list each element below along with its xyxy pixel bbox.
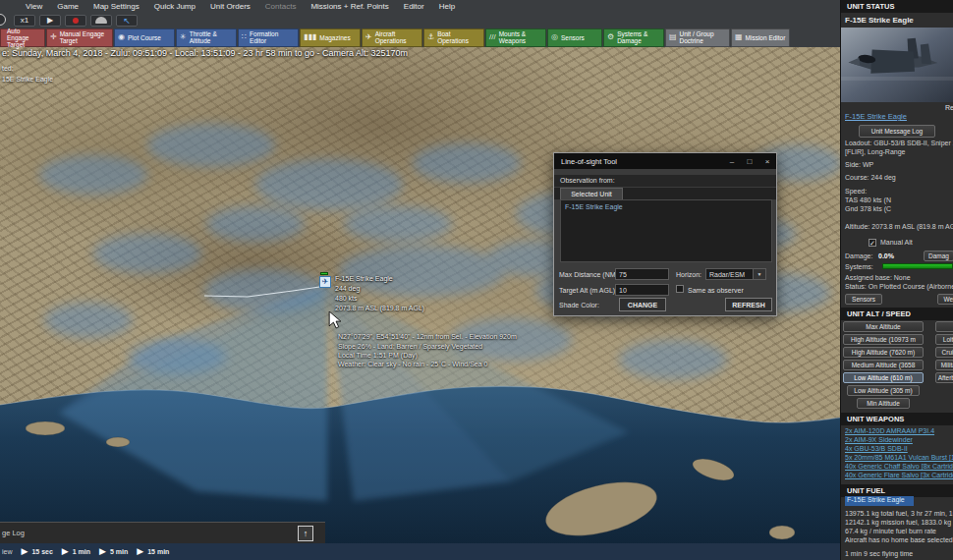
damage-button[interactable]: Damag [924, 251, 953, 261]
manual-engage-target-button[interactable]: ✛Manual Engage Target [46, 28, 113, 47]
weapon-link-sdb[interactable]: 4x GBU-53/B SDB-II [845, 445, 908, 452]
preset-15min[interactable]: ▶15 min [137, 547, 169, 556]
close-icon[interactable]: × [758, 154, 776, 168]
preset-5min[interactable]: ▶5 min [99, 547, 128, 556]
loiter-button[interactable]: Loiter [935, 334, 953, 345]
weapon-link-chaff[interactable]: 40x Generic Chaff Salvo [8x Cartridges [845, 463, 953, 470]
target-alt-input[interactable] [615, 284, 669, 296]
unit-message-log-button[interactable]: Unit Message Log [859, 125, 935, 138]
gnd-line: Gnd 378 kts (C [845, 205, 891, 212]
max-altitude-button[interactable]: Max Altitude [843, 321, 924, 332]
systems-ok-bar [882, 263, 953, 269]
afterburner-button[interactable]: Afterburn [935, 372, 953, 383]
menu-map-settings[interactable]: Map Settings [93, 2, 140, 11]
horizon-value: Radar/ESM [706, 271, 753, 278]
aircraft-glyph-icon: ✈ [322, 277, 329, 287]
high-altitude-10973-button[interactable]: High Altitude (10973 m [843, 334, 924, 345]
auto-engage-target-button[interactable]: Auto Engage Target [0, 28, 45, 47]
menu-missions-ref-points[interactable]: Missions + Ref. Points [310, 2, 388, 11]
formation-editor-button[interactable]: ∷Formation Editor [238, 28, 299, 47]
throttle-altitude-button[interactable]: ✳Throttle & Altitude [176, 28, 237, 47]
boat-operations-button[interactable]: ⚓Boat Operations [423, 28, 484, 47]
map-tooltip-line: Local Time 1:51 PM (Day) [338, 352, 418, 359]
center-on-unit-button[interactable]: ↖ [116, 15, 138, 27]
view-mode-button[interactable] [90, 15, 112, 27]
sensors-panel-button[interactable]: Sensors [845, 294, 882, 305]
min-altitude-button[interactable]: Min Altitude [857, 398, 910, 409]
minimize-icon[interactable]: – [723, 154, 741, 168]
unit-status-line: Status: On Plotted Course (Airborne) [845, 283, 953, 290]
low-altitude-610-button[interactable]: Low Altitude (610 m) [843, 372, 924, 383]
maximize-icon[interactable]: □ [741, 154, 758, 168]
shade-color-label: Shade Color: [559, 302, 599, 308]
systems-label: Systems: [845, 263, 873, 270]
weapon-link-flare[interactable]: 40x Generic Flare Salvo [3x Cartridges [845, 472, 953, 478]
refresh-button[interactable]: REFRESH [725, 298, 772, 311]
systems-damage-button[interactable]: ⚙Systems & Damage [603, 28, 664, 47]
plot-course-icon: ◉ [118, 33, 125, 41]
weapons-panel-button[interactable]: Weap [937, 294, 953, 305]
same-as-observer-checkbox[interactable] [676, 285, 684, 293]
low-altitude-305-button[interactable]: Low Altitude (305 m) [847, 385, 920, 396]
observer-list[interactable]: F-15E Strike Eagle [560, 199, 772, 262]
menu-help[interactable]: Help [439, 2, 455, 11]
magazines-icon: ▮▮▮ [304, 33, 316, 41]
map-tooltip-line: Slope 26% - Land: Barren / Sparsely Vege… [338, 343, 482, 350]
high-altitude-7620-button[interactable]: High Altitude (7620 m) [843, 347, 924, 358]
fuel-mission-line: 12142.1 kg mission fuel, 1833.0 kg rese [845, 519, 953, 526]
sensors-button[interactable]: ◎Sensors [547, 28, 602, 47]
selected-label: ted: [2, 65, 14, 72]
menu-game[interactable]: Game [57, 2, 79, 11]
unit-group-doctrine-button[interactable]: ▤Unit / Group Doctrine [665, 28, 730, 47]
manual-alt-checkbox[interactable]: ✓ [869, 239, 876, 247]
preset-15sec[interactable]: ▶15 sec [22, 547, 53, 556]
medium-altitude-button[interactable]: Medium Altitude (3658 [843, 360, 924, 370]
menu-editor[interactable]: Editor [404, 2, 424, 11]
dialog-titlebar[interactable]: Line-of-sight Tool – □ × [554, 153, 776, 169]
play-button[interactable]: ▶ [39, 15, 61, 27]
menubar: View Game Map Settings Quick Jump Unit O… [0, 0, 840, 13]
selected-unit-name: 15E Strike Eagle [2, 76, 53, 83]
line-of-sight-dialog: Line-of-sight Tool – □ × Observation fro… [553, 152, 777, 316]
mission-editor-button[interactable]: ▦Mission Editor [731, 28, 790, 47]
side-line: Side: WP [845, 161, 873, 168]
weapon-link-vulcan[interactable]: 5x 20mm/85 M61A1 Vulcan Burst [100 [845, 454, 953, 461]
preset-1min[interactable]: ▶1 min [62, 547, 90, 556]
time-compression-button[interactable]: x1 [14, 15, 35, 27]
boat-icon: ⚓ [427, 33, 434, 41]
damage-value: 0.0% [878, 252, 894, 259]
map-tooltip-line: Weather: Clear sky - No rain - 25°C - Wi… [338, 361, 487, 367]
horizon-dropdown[interactable]: Radar/ESM ▼ [705, 268, 766, 280]
cruise-button[interactable]: Cruise [935, 347, 953, 358]
manual-alt-label: Manual Alt [880, 239, 913, 246]
weapon-link-sidewinder[interactable]: 2x AIM-9X Sidewinder [845, 436, 913, 443]
play-triangle-icon: ▶ [22, 547, 28, 556]
max-distance-label: Max Distance (NM): [559, 271, 620, 278]
unit-map-icon[interactable]: ✈ [319, 276, 331, 288]
expand-log-button[interactable]: ↑ [298, 526, 313, 541]
max-distance-input[interactable] [615, 268, 669, 280]
change-shade-color-button[interactable]: CHANGE [619, 298, 666, 311]
time-preset-bar: iew ▶15 sec ▶1 min ▶5 min ▶15 min [0, 543, 840, 560]
max-throttle-button[interactable] [935, 321, 953, 332]
menu-view[interactable]: View [26, 2, 42, 11]
menu-quick-jump[interactable]: Quick Jump [154, 2, 196, 11]
aircraft-operations-button[interactable]: ✈Aircraft Operations [362, 28, 422, 47]
military-button[interactable]: Military [935, 360, 953, 370]
mounts-icon: /// [489, 33, 496, 41]
unit-db-link[interactable]: F-15E Strike Eagle [845, 112, 907, 121]
magazines-button[interactable]: ▮▮▮Magazines [300, 28, 361, 47]
menu-unit-orders[interactable]: Unit Orders [210, 2, 251, 11]
observer-list-item[interactable]: F-15E Strike Eagle [561, 200, 771, 213]
weapon-link-amraam[interactable]: 2x AIM-120D AMRAAM P3I.4 [845, 427, 934, 434]
throttle-icon: ✳ [180, 33, 187, 41]
message-log-bar: ge Log ↑ [0, 522, 325, 543]
tab-selected-unit[interactable]: Selected Unit [560, 188, 623, 199]
mounts-weapons-button[interactable]: ///Mounts & Weapons [485, 28, 546, 47]
unit-health-bar [320, 272, 328, 275]
fuel-total-line: 13975.1 kg total fuel, 3 hr 27 min, 1658 [845, 510, 953, 517]
fuel-selected-unit-row[interactable]: F-15E Strike Eagle [845, 496, 914, 506]
plot-course-button[interactable]: ◉Plot Course [114, 28, 175, 47]
record-button[interactable] [65, 15, 86, 27]
assigned-base-line: Assigned base: None [845, 274, 911, 281]
